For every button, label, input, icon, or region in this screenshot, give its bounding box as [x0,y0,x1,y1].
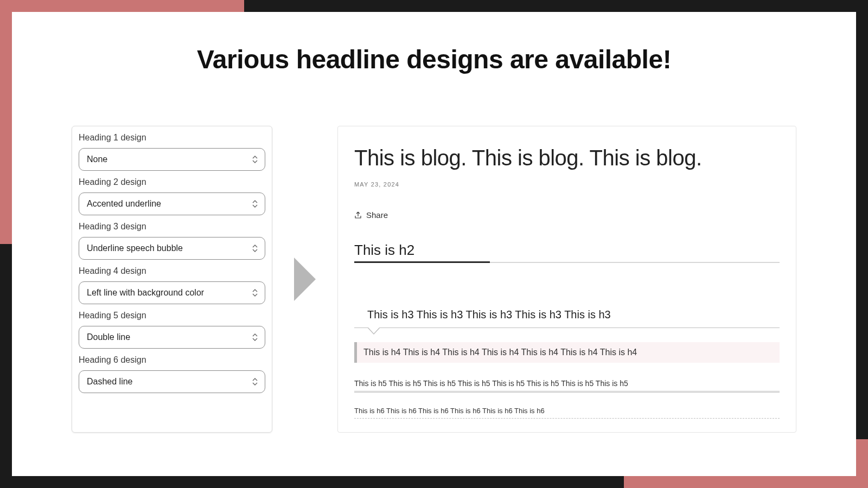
h2-accent-underline [354,261,490,263]
page-title: Various headline designs are available! [12,44,856,74]
select-heading-1[interactable]: None [79,148,265,171]
preview-h3-wrap: This is h3 This is h3 This is h3 This is… [354,309,780,328]
field-label: Heading 2 design [79,177,265,187]
chevron-updown-icon [251,287,259,298]
select-heading-5[interactable]: Double line [79,326,265,349]
settings-panel: Heading 1 design None Heading 2 design A… [72,126,272,433]
select-value: Underline speech bubble [87,243,183,253]
arrow-right-icon [294,258,316,301]
select-value: Dashed line [87,377,133,387]
blog-preview: This is blog. This is blog. This is blog… [337,126,796,433]
preview-h3-text: This is h3 This is h3 This is h3 This is… [367,309,611,320]
field-heading-4: Heading 4 design Left line with backgrou… [79,266,265,304]
content-row: Heading 1 design None Heading 2 design A… [72,126,796,433]
field-label: Heading 5 design [79,311,265,320]
chevron-updown-icon [251,154,259,165]
select-heading-4[interactable]: Left line with background color [79,281,265,304]
field-label: Heading 6 design [79,355,265,365]
select-value: Double line [87,332,130,342]
field-label: Heading 1 design [79,133,265,143]
stage: Various headline designs are available! … [0,0,868,488]
field-heading-3: Heading 3 design Underline speech bubble [79,222,265,260]
field-heading-5: Heading 5 design Double line [79,311,265,349]
chevron-updown-icon [251,198,259,209]
chevron-updown-icon [251,243,259,254]
field-label: Heading 4 design [79,266,265,276]
preview-h5: This is h5 This is h5 This is h5 This is… [354,379,780,393]
preview-h2: This is h2 [354,242,780,263]
preview-h6: This is h6 This is h6 This is h6 This is… [354,407,780,419]
select-heading-6[interactable]: Dashed line [79,370,265,393]
chevron-updown-icon [251,376,259,387]
field-label: Heading 3 design [79,222,265,232]
blog-title: This is blog. This is blog. This is blog… [354,146,780,170]
chevron-updown-icon [251,332,259,343]
field-heading-6: Heading 6 design Dashed line [79,355,265,393]
share-label: Share [366,210,388,220]
blog-date: MAY 23, 2024 [354,181,780,188]
share-icon [354,211,362,219]
speech-bubble-tail-inner [368,327,380,333]
select-heading-2[interactable]: Accented underline [79,192,265,215]
canvas-card: Various headline designs are available! … [12,12,856,476]
select-value: None [87,155,107,164]
preview-h3: This is h3 This is h3 This is h3 This is… [354,309,780,328]
field-heading-2: Heading 2 design Accented underline [79,177,265,215]
select-heading-3[interactable]: Underline speech bubble [79,237,265,260]
select-value: Accented underline [87,199,161,209]
preview-h4: This is h4 This is h4 This is h4 This is… [354,342,780,363]
select-value: Left line with background color [87,288,204,298]
share-button[interactable]: Share [354,210,388,220]
field-heading-1: Heading 1 design None [79,133,265,171]
arrow-column [272,126,337,433]
preview-h2-text: This is h2 [354,242,414,258]
